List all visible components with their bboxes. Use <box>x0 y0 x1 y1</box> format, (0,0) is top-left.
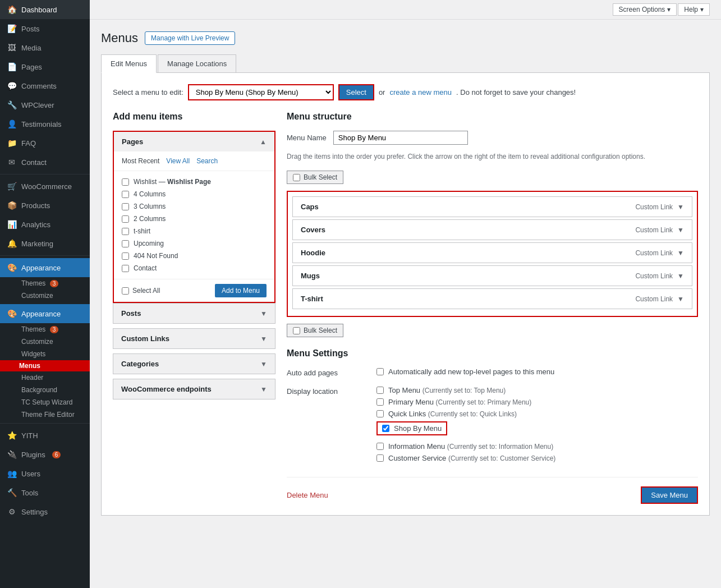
location-shop-by-menu-checkbox[interactable] <box>382 425 389 432</box>
menu-item-covers-chevron-icon[interactable]: ▼ <box>677 226 684 234</box>
bulk-select-bottom-checkbox[interactable] <box>293 327 300 334</box>
page-checkbox-upcoming[interactable] <box>122 240 129 247</box>
location-quick-links-label[interactable]: Quick Links (Currently set to: Quick Lin… <box>388 410 517 418</box>
page-checkbox-contact[interactable] <box>122 265 129 272</box>
sidebar-item-pages[interactable]: 📄 Pages <box>0 57 90 76</box>
tab-manage-locations[interactable]: Manage Locations <box>158 54 236 72</box>
page-item-3columns: 3 Columns <box>122 200 267 213</box>
page-checkbox-2columns[interactable] <box>122 215 129 223</box>
location-customer-service-checkbox[interactable] <box>376 454 384 462</box>
sidebar-item-users[interactable]: 👥 Users <box>0 464 90 483</box>
menu-dropdown[interactable]: Shop By Menu (Shop By Menu) <box>188 84 334 100</box>
menu-item-tshirt-chevron-icon[interactable]: ▼ <box>677 295 684 303</box>
location-quick-links-checkbox[interactable] <box>376 410 384 417</box>
page-checkbox-3columns[interactable] <box>122 203 129 210</box>
pages-tab-search[interactable]: Search <box>196 156 218 166</box>
sidebar-sub-menus[interactable]: Menus <box>0 360 90 371</box>
location-top-menu-label[interactable]: Top Menu (Currently set to: Top Menu) <box>388 386 506 394</box>
help-btn[interactable]: Help ▾ <box>678 3 710 16</box>
sidebar-item-woocommerce[interactable]: 🛒 WooCommerce <box>0 177 90 196</box>
posts-accordion-header[interactable]: Posts ▼ <box>113 304 275 323</box>
custom-links-accordion: Custom Links ▼ <box>113 328 275 349</box>
select-all-checkbox[interactable] <box>122 287 129 295</box>
location-top-menu-checkbox[interactable] <box>376 387 384 394</box>
select-all-label[interactable]: Select All <box>122 287 160 295</box>
menu-item-caps-chevron-icon[interactable]: ▼ <box>677 203 684 211</box>
location-information-menu-checkbox[interactable] <box>376 443 384 450</box>
auto-add-text[interactable]: Automatically add new top-level pages to… <box>388 368 554 376</box>
sidebar-item-wpclever[interactable]: 🔧 WPClever <box>0 95 90 114</box>
sidebar-sub-themes[interactable]: Themes 3 <box>0 277 90 290</box>
delete-menu-link[interactable]: Delete Menu <box>287 491 328 499</box>
location-primary-menu-label[interactable]: Primary Menu (Currently set to: Primary … <box>388 398 531 406</box>
page-checkbox-404[interactable] <box>122 252 129 260</box>
sidebar-item-dashboard[interactable]: 🏠 Dashboard <box>0 0 90 19</box>
sidebar-item-comments[interactable]: 💬 Comments <box>0 76 90 95</box>
posts-icon: 📝 <box>7 24 17 34</box>
menu-item-hoodie: Hoodie Custom Link ▼ <box>292 242 692 263</box>
sidebar-sub-widgets[interactable]: Widgets <box>0 348 90 360</box>
live-preview-btn[interactable]: Manage with Live Preview <box>145 31 235 45</box>
sidebar-item-posts[interactable]: 📝 Posts <box>0 19 90 38</box>
sidebar-item-faq[interactable]: 📁 FAQ <box>0 134 90 153</box>
tab-edit-menus[interactable]: Edit Menus <box>101 54 157 73</box>
sidebar-sub-tc-setup[interactable]: TC Setup Wizard <box>0 396 90 408</box>
menu-item-mugs-chevron-icon[interactable]: ▼ <box>677 272 684 280</box>
sidebar-sub-background[interactable]: Background <box>0 384 90 396</box>
sidebar-sub-themes-2[interactable]: Themes 3 <box>0 323 90 336</box>
select-btn[interactable]: Select <box>338 84 374 100</box>
location-information-menu-label[interactable]: Information Menu (Currently set to: Info… <box>388 442 553 451</box>
custom-links-accordion-header[interactable]: Custom Links ▼ <box>113 329 275 348</box>
page-checkbox-4columns[interactable] <box>122 191 129 198</box>
sidebar-item-testimonials[interactable]: 👤 Testimonials <box>0 114 90 134</box>
page-item-contact: Contact <box>122 262 267 274</box>
sidebar-sub-customize[interactable]: Customize <box>0 290 90 302</box>
location-shop-by-menu-label[interactable]: Shop By Menu <box>394 424 442 433</box>
sidebar-item-marketing[interactable]: 🔔 Marketing <box>0 234 90 253</box>
bulk-select-bottom-row: Bulk Select <box>287 324 698 337</box>
page-checkbox-tshirt[interactable] <box>122 228 129 235</box>
sidebar-item-tools[interactable]: 🔨 Tools <box>0 483 90 502</box>
menu-item-caps-type: Custom Link <box>635 203 673 211</box>
sidebar-item-analytics[interactable]: 📊 Analytics <box>0 215 90 234</box>
auto-add-options: Automatically add new top-level pages to… <box>376 368 698 379</box>
faq-icon: 📁 <box>7 138 17 148</box>
sidebar-item-media[interactable]: 🖼 Media <box>0 38 90 57</box>
pages-panel-header[interactable]: Pages ▲ <box>114 132 274 151</box>
pages-tabs: Most Recent View All Search <box>114 151 274 171</box>
add-to-menu-btn[interactable]: Add to Menu <box>215 284 267 297</box>
sidebar-sub-theme-editor[interactable]: Theme File Editor <box>0 408 90 421</box>
sidebar-item-products[interactable]: 📦 Products <box>0 196 90 215</box>
sidebar-item-yith[interactable]: ⭐ YITH <box>0 426 90 445</box>
bulk-select-bottom-btn[interactable]: Bulk Select <box>287 324 343 337</box>
page-checkbox-wishlist[interactable] <box>122 178 129 186</box>
bulk-select-top-checkbox[interactable] <box>293 174 300 181</box>
pages-tab-view-all[interactable]: View All <box>166 156 190 166</box>
screen-options-btn[interactable]: Screen Options ▾ <box>613 3 677 16</box>
pages-tab-most-recent[interactable]: Most Recent <box>122 156 159 166</box>
tab-panel: Select a menu to edit: Shop By Menu (Sho… <box>101 73 710 516</box>
sidebar-item-plugins[interactable]: 🔌 Plugins 6 <box>0 445 90 464</box>
woo-endpoints-accordion-header[interactable]: WooCommerce endpoints ▼ <box>113 379 275 399</box>
create-new-menu-link[interactable]: create a new menu <box>389 88 452 97</box>
sidebar-sub-header[interactable]: Header <box>0 371 90 384</box>
sidebar-divider-2 <box>0 255 90 256</box>
menu-item-hoodie-chevron-icon[interactable]: ▼ <box>677 249 684 257</box>
menu-name-input[interactable] <box>333 131 468 145</box>
display-location-row: Display location Top Menu (Currently set… <box>287 386 698 466</box>
dont-forget-text: . Do not forget to save your changes! <box>456 88 576 97</box>
location-customer-service-label[interactable]: Customer Service (Currently set to: Cust… <box>388 454 555 462</box>
sidebar-item-appearance-2[interactable]: 🎨 Appearance <box>0 304 90 323</box>
auto-add-checkbox[interactable] <box>376 368 384 375</box>
comments-icon: 💬 <box>7 81 17 91</box>
save-menu-btn[interactable]: Save Menu <box>641 486 698 504</box>
sidebar-sub-customize-2[interactable]: Customize <box>0 336 90 348</box>
location-primary-menu-checkbox[interactable] <box>376 398 384 406</box>
menu-item-covers: Covers Custom Link ▼ <box>292 219 692 240</box>
sidebar-item-contact[interactable]: ✉ Contact <box>0 153 90 172</box>
bulk-select-top-btn[interactable]: Bulk Select <box>287 171 343 184</box>
sidebar-item-settings[interactable]: ⚙ Settings <box>0 502 90 521</box>
posts-chevron-icon: ▼ <box>260 310 267 318</box>
categories-accordion-header[interactable]: Categories ▼ <box>113 354 275 374</box>
sidebar-item-appearance[interactable]: 🎨 Appearance <box>0 258 90 277</box>
